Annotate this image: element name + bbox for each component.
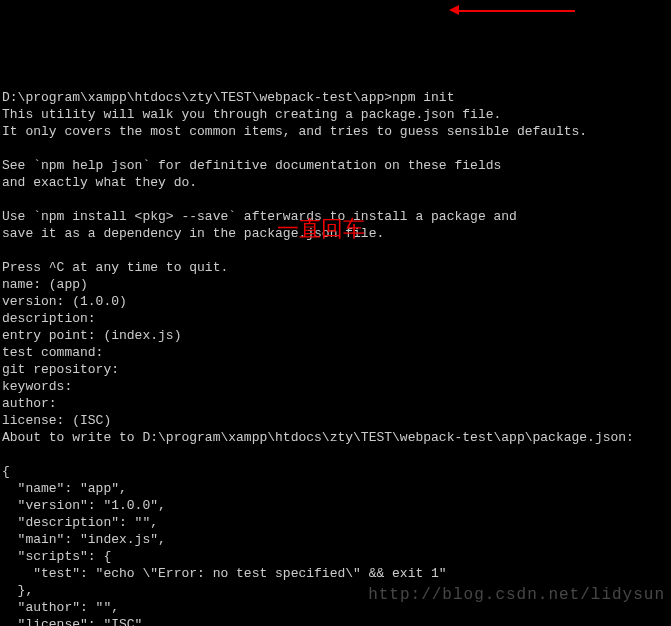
pkg-test: "test": "echo \"Error: no test specified… bbox=[2, 566, 447, 581]
intro-line-1: This utility will walk you through creat… bbox=[2, 107, 501, 122]
pkg-version: "version": "1.0.0", bbox=[2, 498, 166, 513]
field-test: test command: bbox=[2, 345, 103, 360]
field-git: git repository: bbox=[2, 362, 119, 377]
pkg-description: "description": "", bbox=[2, 515, 158, 530]
field-keywords: keywords: bbox=[2, 379, 72, 394]
quit-line: Press ^C at any time to quit. bbox=[2, 260, 228, 275]
see-line-1: See `npm help json` for definitive docum… bbox=[2, 158, 501, 173]
about-line: About to write to D:\program\xampp\htdoc… bbox=[2, 430, 634, 445]
terminal-output[interactable]: D:\program\xampp\htdocs\zty\TEST\webpack… bbox=[2, 72, 669, 626]
field-entry: entry point: (index.js) bbox=[2, 328, 181, 343]
intro-line-2: It only covers the most common items, an… bbox=[2, 124, 587, 139]
pkg-main: "main": "index.js", bbox=[2, 532, 166, 547]
annotation-text: 一直回车 bbox=[277, 220, 365, 237]
pkg-author: "author": "", bbox=[2, 600, 119, 615]
see-line-2: and exactly what they do. bbox=[2, 175, 197, 190]
prompt-line-1: D:\program\xampp\htdocs\zty\TEST\webpack… bbox=[2, 90, 454, 105]
field-version: version: (1.0.0) bbox=[2, 294, 127, 309]
field-author: author: bbox=[2, 396, 57, 411]
pkg-name: "name": "app", bbox=[2, 481, 127, 496]
pkg-scripts-open: "scripts": { bbox=[2, 549, 111, 564]
use-line-1: Use `npm install <pkg> --save` afterward… bbox=[2, 209, 517, 224]
pkg-scripts-close: }, bbox=[2, 583, 33, 598]
arrow-annotation bbox=[455, 6, 575, 16]
watermark-text: http://blog.csdn.net/lidysun bbox=[368, 587, 665, 604]
pkg-open: { bbox=[2, 464, 10, 479]
arrow-line bbox=[455, 10, 575, 12]
pkg-license: "license": "ISC" bbox=[2, 617, 142, 626]
field-description: description: bbox=[2, 311, 96, 326]
field-license: license: (ISC) bbox=[2, 413, 111, 428]
arrow-left-icon bbox=[449, 5, 459, 15]
field-name: name: (app) bbox=[2, 277, 88, 292]
